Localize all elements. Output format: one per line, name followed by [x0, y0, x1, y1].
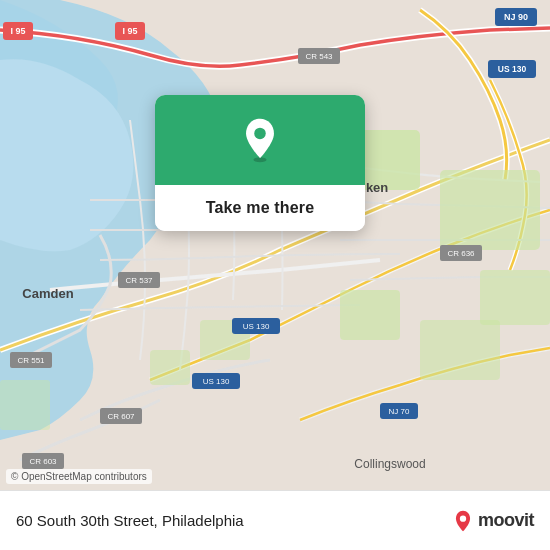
svg-text:US 130: US 130: [498, 64, 527, 74]
bottom-bar: 60 South 30th Street, Philadelphia moovi…: [0, 490, 550, 550]
svg-text:US 130: US 130: [243, 322, 270, 331]
location-pin-icon: [237, 117, 283, 163]
svg-text:CR 607: CR 607: [107, 412, 135, 421]
svg-text:CR 543: CR 543: [305, 52, 333, 61]
svg-text:I 95: I 95: [10, 26, 25, 36]
map-background: I 95 I 95 NJ 90 US 130 CR 543 CR 537 US …: [0, 0, 550, 490]
map-container: I 95 I 95 NJ 90 US 130 CR 543 CR 537 US …: [0, 0, 550, 490]
svg-text:US 130: US 130: [203, 377, 230, 386]
take-me-there-button[interactable]: Take me there: [155, 185, 365, 231]
address-text: 60 South 30th Street, Philadelphia: [16, 512, 444, 529]
svg-rect-6: [150, 350, 190, 385]
svg-text:NJ 90: NJ 90: [504, 12, 528, 22]
app: I 95 I 95 NJ 90 US 130 CR 543 CR 537 US …: [0, 0, 550, 550]
svg-point-40: [460, 515, 466, 521]
moovit-logo: moovit: [452, 510, 534, 532]
svg-text:Collingswood: Collingswood: [354, 457, 425, 471]
svg-rect-2: [440, 170, 540, 250]
popup-card: Take me there: [155, 95, 365, 231]
svg-text:CR 603: CR 603: [29, 457, 57, 466]
svg-rect-4: [420, 320, 500, 380]
popup-top-area: [155, 95, 365, 185]
svg-rect-7: [0, 380, 50, 430]
svg-rect-3: [340, 290, 400, 340]
map-attribution: © OpenStreetMap contributors: [6, 469, 152, 484]
svg-text:CR 636: CR 636: [447, 249, 475, 258]
svg-rect-8: [480, 270, 550, 325]
svg-text:I 95: I 95: [122, 26, 137, 36]
svg-text:CR 551: CR 551: [17, 356, 45, 365]
moovit-wordmark: moovit: [478, 510, 534, 531]
svg-text:NJ 70: NJ 70: [389, 407, 410, 416]
svg-point-39: [254, 128, 266, 140]
svg-text:CR 537: CR 537: [125, 276, 153, 285]
svg-text:Camden: Camden: [22, 286, 73, 301]
moovit-pin-icon: [452, 510, 474, 532]
